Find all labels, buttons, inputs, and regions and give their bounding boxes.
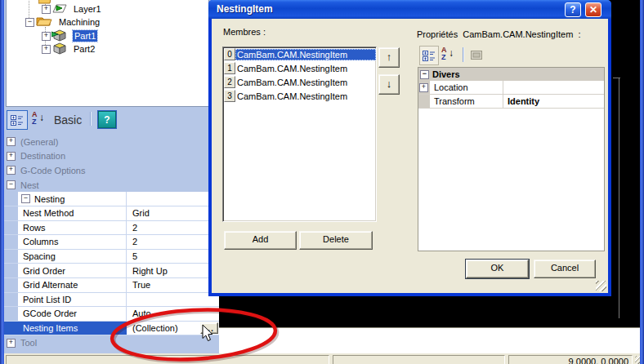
categorized-view-button[interactable]: [419, 46, 439, 65]
tree-item-part1[interactable]: Part1: [73, 30, 97, 42]
property-value[interactable]: [127, 293, 219, 307]
part-cube-active-icon: [51, 29, 67, 42]
property-row[interactable]: Rows2: [4, 221, 219, 236]
category-row[interactable]: −Nest: [4, 178, 219, 193]
help-button[interactable]: ?: [98, 111, 116, 128]
list-item[interactable]: 1CamBam.CAM.NestingItem: [223, 61, 376, 75]
tree-item-layer1[interactable]: Layer1: [74, 3, 101, 15]
category-label: Divers: [432, 69, 460, 79]
expand-box[interactable]: +: [419, 83, 428, 92]
member-index-chip[interactable]: 1: [224, 62, 235, 74]
layer-icon: [52, 2, 67, 14]
ok-button[interactable]: OK: [466, 260, 529, 278]
collection-ellipsis-button[interactable]: ...: [200, 322, 218, 335]
alphabetical-sort-button[interactable]: A Z ↓: [440, 46, 458, 64]
category-row[interactable]: +(General): [4, 135, 219, 149]
property-row[interactable]: Columns2: [4, 235, 219, 250]
row-margin: +: [418, 81, 430, 94]
property-name: Transform: [430, 95, 503, 108]
expand-box[interactable]: −: [420, 70, 429, 79]
property-value[interactable]: [127, 192, 219, 206]
alphabetical-sort-button[interactable]: A Z ↓: [29, 111, 49, 127]
category-label: G-Code Options: [20, 166, 85, 175]
member-index-chip[interactable]: 3: [224, 90, 235, 102]
property-row[interactable]: TransformIdentity: [418, 95, 604, 109]
expand-box[interactable]: +: [7, 137, 16, 146]
expand-box[interactable]: +: [7, 339, 16, 348]
coordinate-display: 9.0000, 0.0000: [508, 355, 633, 364]
property-name: Spacing: [18, 250, 127, 264]
expand-box[interactable]: +: [7, 166, 16, 175]
dialog-property-grid[interactable]: −Divers+LocationTransformIdentity: [418, 67, 605, 251]
row-indent: [4, 221, 18, 235]
machining-property-grid: +(General)+Destination+G-Code Options−Ne…: [4, 135, 219, 350]
property-row[interactable]: GCode OrderAuto: [4, 307, 219, 322]
property-value[interactable]: Auto: [127, 307, 219, 321]
category-label: (General): [20, 137, 58, 147]
tree-expand-box[interactable]: +: [42, 5, 51, 14]
list-item[interactable]: 3CamBam.CAM.NestingItem: [223, 89, 376, 103]
dialog-resize-grip[interactable]: [596, 281, 606, 291]
row-indent: [4, 235, 18, 249]
status-panel: [6, 355, 329, 364]
dialog-help-button[interactable]: ?: [565, 2, 581, 17]
delete-button[interactable]: Delete: [299, 231, 373, 250]
dialog-property-panel: A Z ↓ −Divers+LocationTransformIdentity: [418, 45, 605, 251]
tree-expand-box[interactable]: +: [42, 32, 51, 41]
member-label: CamBam.CAM.NestingItem: [235, 77, 376, 88]
property-value[interactable]: Grid: [127, 206, 219, 220]
row-indent: [4, 264, 18, 277]
tree-item-machining[interactable]: Machining: [59, 16, 100, 28]
property-row[interactable]: +Location: [418, 81, 604, 95]
property-row[interactable]: −Nesting: [4, 192, 219, 206]
property-value[interactable]: (Collection)...: [127, 322, 219, 335]
add-button[interactable]: Add: [224, 231, 297, 250]
row-indent: [4, 293, 18, 307]
cancel-button[interactable]: Cancel: [534, 260, 596, 278]
property-row[interactable]: Spacing5: [4, 250, 219, 264]
member-label: CamBam.CAM.NestingItem: [235, 63, 376, 74]
row-indent: [4, 250, 18, 264]
part-cube-icon: [51, 42, 67, 55]
close-icon[interactable]: ✕: [585, 2, 602, 17]
expand-box[interactable]: −: [7, 180, 16, 189]
category-row[interactable]: +Destination: [4, 149, 219, 164]
tree-item-part2[interactable]: Part2: [74, 43, 95, 55]
property-row[interactable]: Point List ID: [4, 293, 219, 308]
move-up-button[interactable]: ↑: [378, 47, 400, 68]
object-treeview[interactable]: + Layer1 − Machining + Part1: [6, 0, 209, 107]
dialog-titlebar[interactable]: NestingItem ? ✕: [208, 0, 611, 19]
property-value[interactable]: Identity: [503, 96, 604, 106]
category-row[interactable]: +G-Code Options: [4, 163, 219, 178]
basic-mode-toggle[interactable]: Basic: [54, 113, 82, 127]
members-listbox[interactable]: 0CamBam.CAM.NestingItem1CamBam.CAM.Nesti…: [222, 47, 377, 222]
window-border-left: [0, 0, 4, 364]
member-index-chip[interactable]: 0: [224, 48, 235, 60]
property-row[interactable]: Nesting Items(Collection)...: [4, 322, 219, 336]
category-row[interactable]: −Divers: [418, 68, 604, 81]
category-row[interactable]: +Tool: [4, 335, 219, 350]
expand-box[interactable]: −: [21, 194, 30, 203]
canvas-axis-line: [619, 78, 619, 318]
move-down-button[interactable]: ↓: [378, 74, 400, 95]
expand-box[interactable]: +: [7, 152, 16, 161]
az-sort-icon: A Z ↓: [31, 111, 47, 127]
property-name: Point List ID: [18, 293, 127, 307]
property-row[interactable]: Grid OrderRight Up: [4, 264, 219, 278]
property-value[interactable]: 5: [127, 250, 219, 264]
property-value[interactable]: 2: [127, 235, 219, 249]
property-value[interactable]: True: [127, 278, 219, 292]
categorized-icon: [11, 114, 24, 126]
list-item[interactable]: 2CamBam.CAM.NestingItem: [223, 75, 376, 89]
property-row[interactable]: Grid AlternateTrue: [4, 278, 219, 293]
categorized-view-button[interactable]: [7, 110, 28, 130]
tree-expand-box[interactable]: +: [42, 45, 51, 54]
property-row[interactable]: Nest MethodGrid: [4, 206, 219, 221]
list-item[interactable]: 0CamBam.CAM.NestingItem: [223, 47, 376, 61]
property-name: Grid Order: [18, 264, 127, 277]
category-label: Destination: [20, 151, 65, 161]
property-value[interactable]: Right Up: [127, 264, 219, 277]
property-value[interactable]: 2: [127, 221, 219, 235]
member-index-chip[interactable]: 2: [224, 76, 235, 88]
tree-expand-box[interactable]: −: [25, 18, 34, 27]
